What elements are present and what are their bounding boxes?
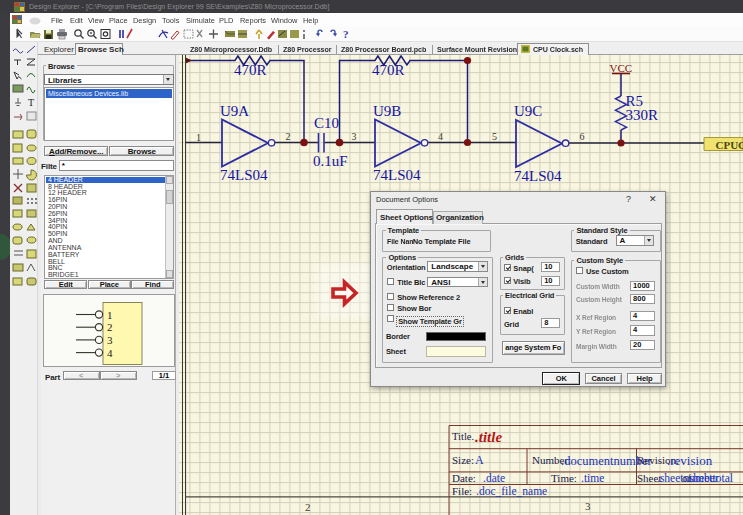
svg-text:U9B: U9B <box>373 103 401 119</box>
svg-text:4: 4 <box>438 131 443 142</box>
svg-text:.doc_file_name: .doc_file_name <box>476 485 547 497</box>
svg-text:470R: 470R <box>372 62 405 78</box>
svg-text:Date:: Date: <box>452 472 476 484</box>
svg-text:2: 2 <box>305 501 311 513</box>
svg-text:Title.: Title. <box>452 431 474 442</box>
svg-text:74LS04: 74LS04 <box>220 167 268 183</box>
svg-text:4: 4 <box>107 346 113 358</box>
svg-text:T: T <box>28 97 34 108</box>
svg-text:1: 1 <box>196 132 201 143</box>
svg-text:3: 3 <box>352 131 357 142</box>
svg-text:74LS04: 74LS04 <box>373 167 421 183</box>
svg-text:.date: .date <box>483 472 505 484</box>
svg-text:?: ? <box>343 28 349 40</box>
svg-text:U9A: U9A <box>220 103 249 119</box>
svg-text:5: 5 <box>492 131 497 142</box>
svg-text:C10: C10 <box>314 115 339 131</box>
svg-text:.sheettotal: .sheettotal <box>686 472 733 484</box>
svg-text:A: A <box>475 453 484 467</box>
svg-text:Size:: Size: <box>452 454 474 466</box>
svg-text:VCC: VCC <box>610 62 633 74</box>
svg-text:U9C: U9C <box>514 103 542 119</box>
svg-text:2: 2 <box>107 321 113 333</box>
svg-text:0.1uF: 0.1uF <box>313 153 348 169</box>
svg-text:2: 2 <box>286 131 291 142</box>
svg-text:CPUC: CPUC <box>716 139 743 151</box>
svg-text:6: 6 <box>580 131 585 142</box>
svg-text:330R: 330R <box>626 107 659 123</box>
svg-text:.title: .title <box>475 429 502 445</box>
svg-text:74LS04: 74LS04 <box>514 168 562 184</box>
svg-text:Time:: Time: <box>551 472 577 484</box>
svg-text:.revision: .revision <box>667 453 713 468</box>
svg-text:.time: .time <box>581 472 604 484</box>
svg-text:1: 1 <box>107 308 113 320</box>
svg-text:3: 3 <box>585 500 591 512</box>
svg-text:File:: File: <box>452 485 472 497</box>
svg-text:470R: 470R <box>234 62 267 78</box>
svg-text:3: 3 <box>107 333 113 345</box>
